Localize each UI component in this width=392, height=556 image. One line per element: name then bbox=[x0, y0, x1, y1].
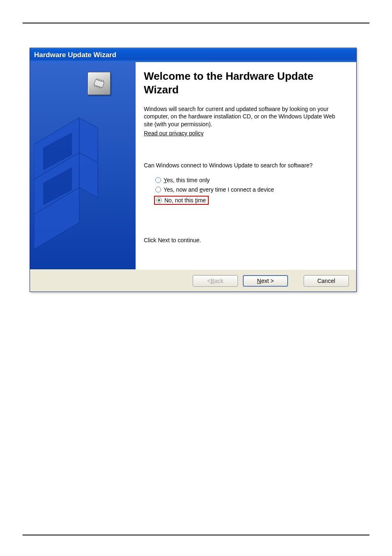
selected-highlight-box: No, not this time bbox=[154, 196, 209, 205]
title-bar-text: Hardware Update Wizard bbox=[34, 51, 116, 59]
radio-icon bbox=[155, 177, 161, 183]
button-bar: < Back Next > Cancel bbox=[30, 269, 356, 292]
cancel-button[interactable]: Cancel bbox=[304, 275, 349, 287]
svg-line-9 bbox=[98, 79, 99, 80]
wizard-body: Welcome to the Hardware Update Wizard Wi… bbox=[30, 62, 356, 269]
side-panel-graphic bbox=[34, 79, 116, 251]
content-panel: Welcome to the Hardware Update Wizard Wi… bbox=[136, 62, 356, 269]
svg-line-10 bbox=[100, 79, 100, 81]
next-button[interactable]: Next > bbox=[243, 275, 288, 287]
radio-label: No, not this time bbox=[164, 197, 206, 204]
svg-line-14 bbox=[96, 86, 97, 87]
radio-option-no[interactable]: No, not this time bbox=[154, 195, 345, 206]
radio-icon bbox=[155, 187, 161, 192]
hardware-chip-icon bbox=[88, 72, 111, 95]
svg-line-13 bbox=[95, 85, 95, 87]
intro-paragraph: Windows will search for current and upda… bbox=[144, 105, 345, 129]
svg-line-17 bbox=[101, 87, 101, 89]
svg-line-8 bbox=[97, 78, 97, 80]
radio-icon bbox=[156, 197, 162, 203]
side-panel bbox=[30, 62, 136, 269]
radio-group: Yes, this time only Yes, now and every t… bbox=[144, 176, 345, 206]
radio-label: Yes, now and every time I connect a devi… bbox=[164, 186, 274, 193]
question-text: Can Windows connect to Windows Update to… bbox=[144, 162, 345, 169]
wizard-heading: Welcome to the Hardware Update Wizard bbox=[144, 70, 345, 97]
radio-option-yes-once[interactable]: Yes, this time only bbox=[154, 176, 345, 184]
svg-line-16 bbox=[99, 87, 99, 88]
radio-option-yes-always[interactable]: Yes, now and every time I connect a devi… bbox=[154, 185, 345, 194]
radio-label: Yes, this time only bbox=[164, 177, 210, 183]
svg-line-11 bbox=[101, 80, 102, 81]
title-bar: Hardware Update Wizard bbox=[30, 48, 356, 62]
svg-line-15 bbox=[98, 86, 98, 88]
privacy-policy-link[interactable]: Read our privacy policy bbox=[144, 130, 204, 137]
back-button: < Back bbox=[193, 275, 238, 287]
svg-line-12 bbox=[103, 80, 104, 82]
wizard-window: Hardware Update Wizard bbox=[30, 48, 357, 292]
continue-instruction: Click Next to continue. bbox=[144, 237, 345, 243]
document-top-rule bbox=[23, 23, 369, 23]
svg-rect-7 bbox=[94, 79, 104, 88]
document-bottom-rule bbox=[23, 535, 369, 535]
